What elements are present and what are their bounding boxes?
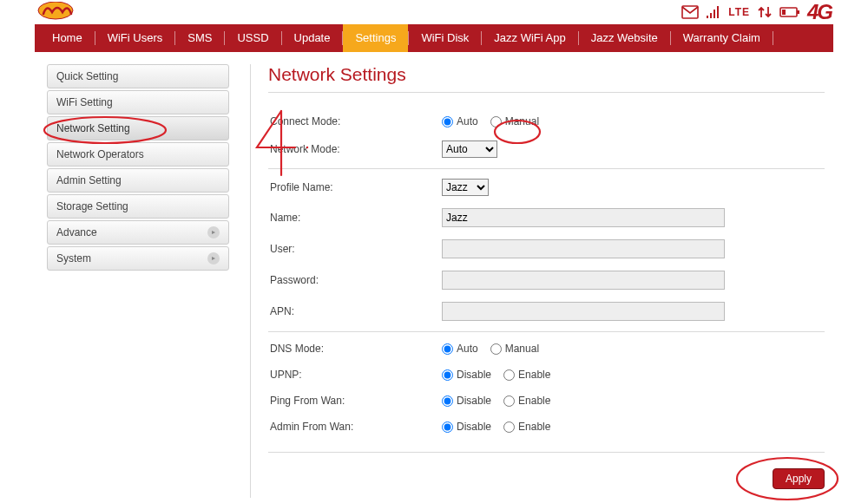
nav-jazz-website[interactable]: Jazz Website (579, 24, 670, 52)
admin-wan-disable[interactable]: Disable (442, 421, 491, 433)
header-bar: LTE 4G (35, 0, 833, 24)
nav-wifi-disk[interactable]: WiFi Disk (409, 24, 481, 52)
svg-rect-7 (797, 10, 799, 14)
nav-jazz-wifi-app[interactable]: Jazz WiFi App (482, 24, 577, 52)
sidebar-item-network-setting[interactable]: Network Setting (47, 116, 229, 140)
main-nav: HomeWiFi UsersSMSUSSDUpdateSettingsWiFi … (35, 24, 833, 52)
svg-point-0 (38, 2, 73, 19)
svg-rect-5 (717, 6, 719, 18)
sidebar-item-label: Quick Setting (56, 64, 118, 88)
name-label: Name: (268, 212, 442, 224)
apn-input[interactable] (442, 302, 725, 321)
nav-ussd[interactable]: USSD (225, 24, 280, 52)
sidebar-item-advance[interactable]: Advance▸ (47, 220, 229, 245)
sidebar-item-admin-setting[interactable]: Admin Setting (47, 168, 229, 193)
password-label: Password: (268, 274, 442, 286)
dns-mode-auto[interactable]: Auto (442, 343, 478, 355)
password-input[interactable] (442, 271, 725, 290)
admin-wan-enable[interactable]: Enable (503, 421, 550, 433)
sidebar-item-quick-setting[interactable]: Quick Setting (47, 64, 229, 88)
sidebar-item-storage-setting[interactable]: Storage Setting (47, 194, 229, 219)
signal-icon (706, 5, 721, 19)
svg-rect-8 (782, 10, 786, 15)
connect-mode-label: Connect Mode: (268, 115, 442, 127)
sidebar-item-label: Network Setting (56, 116, 130, 140)
svg-rect-2 (707, 16, 708, 18)
nav-separator (773, 31, 773, 45)
brand-logo (36, 2, 80, 23)
fourg-logo: 4G (807, 2, 832, 23)
sidebar-item-label: Storage Setting (56, 194, 128, 219)
profile-name-label: Profile Name: (268, 181, 442, 193)
nav-home[interactable]: Home (40, 24, 95, 52)
svg-rect-3 (710, 13, 712, 18)
sidebar-item-network-operators[interactable]: Network Operators (47, 142, 229, 167)
nav-update[interactable]: Update (282, 24, 343, 52)
network-mode-select[interactable]: Auto (442, 140, 497, 158)
upnp-enable[interactable]: Enable (503, 369, 550, 381)
nav-settings[interactable]: Settings (343, 24, 408, 52)
page-title: Network Settings (268, 64, 825, 93)
sidebar-item-label: Admin Setting (56, 168, 122, 193)
connect-mode-manual[interactable]: Manual (490, 115, 539, 127)
upnp-disable[interactable]: Disable (442, 369, 491, 381)
network-mode-label: Network Mode: (268, 143, 442, 155)
sidebar-item-wifi-setting[interactable]: WiFi Setting (47, 90, 229, 114)
nav-sms[interactable]: SMS (175, 24, 224, 52)
apn-label: APN: (268, 305, 442, 317)
lte-label: LTE (728, 6, 750, 18)
apply-button[interactable]: Apply (773, 468, 825, 489)
ping-wan-label: Ping From Wan: (268, 395, 442, 407)
sidebar-item-system[interactable]: System▸ (47, 246, 229, 271)
upnp-label: UPNP: (268, 369, 442, 381)
updown-icon (757, 4, 773, 20)
admin-wan-label: Admin From Wan: (268, 421, 442, 433)
chevron-right-icon: ▸ (207, 252, 220, 265)
mail-icon[interactable] (681, 5, 699, 19)
dns-mode-group: Auto Manual (442, 343, 539, 355)
connect-mode-group: Auto Manual (442, 115, 539, 127)
sidebar-item-label: System (56, 246, 91, 271)
chevron-right-icon: ▸ (207, 226, 220, 238)
nav-warranty-claim[interactable]: Warranty Claim (671, 24, 773, 52)
connect-mode-auto[interactable]: Auto (442, 115, 478, 127)
dns-mode-label: DNS Mode: (268, 343, 442, 355)
dns-mode-manual[interactable]: Manual (490, 343, 539, 355)
name-input[interactable] (442, 208, 725, 227)
user-label: User: (268, 243, 442, 255)
battery-icon (779, 6, 800, 18)
vertical-divider (250, 64, 251, 498)
nav-wifi-users[interactable]: WiFi Users (95, 24, 175, 52)
settings-sidebar: Quick SettingWiFi SettingNetwork Setting… (35, 64, 229, 498)
user-input[interactable] (442, 239, 725, 258)
svg-rect-4 (713, 10, 715, 18)
ping-wan-enable[interactable]: Enable (503, 395, 550, 407)
sidebar-item-label: WiFi Setting (56, 90, 113, 114)
main-panel: Network Settings Connect Mode: Auto Manu… (268, 64, 833, 498)
ping-wan-disable[interactable]: Disable (442, 395, 491, 407)
sidebar-item-label: Advance (56, 220, 97, 245)
sidebar-item-label: Network Operators (56, 142, 144, 167)
profile-name-select[interactable]: Jazz (442, 179, 489, 196)
